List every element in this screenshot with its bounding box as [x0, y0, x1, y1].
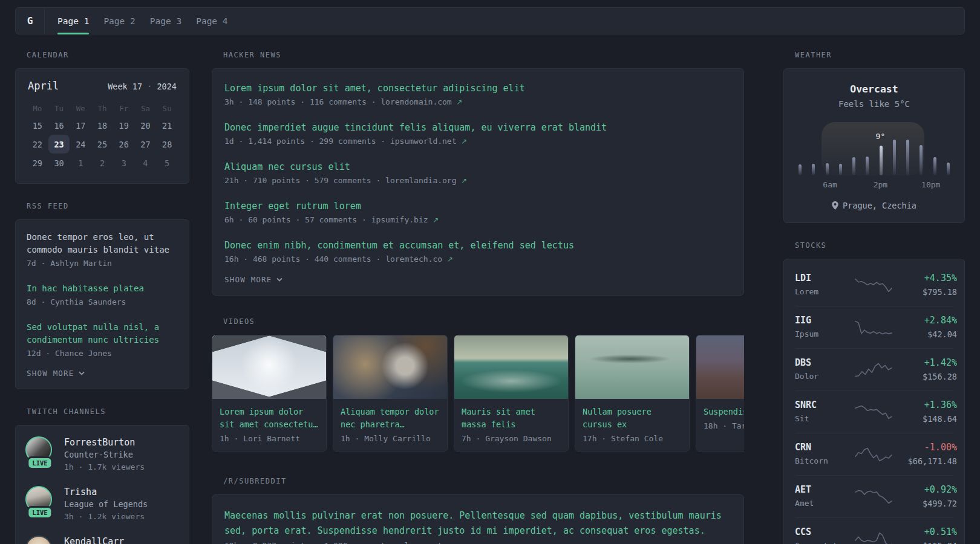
video-thumbnail[interactable] — [212, 335, 326, 399]
story-item: Integer eget rutrum lorem 6h · 60 points… — [224, 200, 731, 227]
stock-name: Sit — [795, 413, 851, 424]
stock-symbol: SNRC — [795, 400, 851, 411]
stock-identity: SNRC Sit — [795, 400, 851, 424]
video-title-link[interactable]: Aliquam tempor dolor nec pharetra… — [341, 406, 440, 431]
stock-row[interactable]: CRN Bitcorn -1.00% $66,171.48 — [795, 433, 953, 476]
calendar-day[interactable]: 27 — [135, 135, 157, 154]
twitch-channel-row[interactable]: LIVE ForrestBurton Counter-Strike 1h · 1… — [25, 436, 179, 473]
calendar-day[interactable]: 1 — [70, 154, 91, 172]
stock-row[interactable]: AET Amet +0.92% $499.72 — [795, 476, 953, 518]
calendar-day[interactable]: 16 — [48, 116, 70, 135]
story-title-link[interactable]: Donec enim nibh, condimentum et accumsan… — [224, 239, 731, 252]
channel-viewers-meta: 3h · 1.2k viewers — [64, 511, 148, 522]
stock-quote: +1.42% $156.28 — [897, 357, 957, 382]
story-domain-link[interactable]: loremlandia.org ↗ — [385, 176, 467, 185]
story-meta: 16h · 468 points · 440 comments · loremt… — [224, 253, 731, 266]
twitch-section-label: TWITCH CHANNELS — [27, 407, 189, 416]
current-temperature-label: 9° — [876, 132, 886, 141]
calendar-day[interactable]: 24 — [70, 135, 91, 154]
rss-show-more-button[interactable]: SHOW MORE — [27, 369, 85, 378]
weather-hourly-chart: 9° — [799, 123, 950, 175]
story-meta: 1d · 1,414 points · 299 comments · ipsum… — [224, 135, 731, 148]
calendar-weekday: Tu — [48, 100, 70, 116]
right-column: WEATHER Overcast Feels like 5°C 9° 6am2p… — [783, 51, 965, 544]
stock-change-percent: +1.36% — [897, 400, 957, 411]
video-thumbnail[interactable] — [575, 335, 689, 399]
story-domain-link[interactable]: ipsumworld.net ↗ — [390, 137, 467, 146]
weather-widget: Overcast Feels like 5°C 9° 6am2pm10pm Pr… — [783, 68, 965, 223]
video-title-link[interactable]: Mauris sit amet massa felis — [462, 406, 561, 431]
video-card[interactable]: Aliquam tempor dolor nec pharetra… 1h · … — [333, 335, 448, 452]
video-card[interactable]: Nullam posuere cursus ex 17h · Stefan Co… — [575, 335, 690, 452]
video-card[interactable]: Lorem ipsum dolor sit amet consectetu… 1… — [212, 335, 327, 452]
calendar-day[interactable]: 4 — [135, 154, 157, 172]
stock-identity: CCS Consectetur — [795, 526, 851, 544]
video-title-link[interactable]: Suspendisse diam — [704, 406, 744, 418]
left-column: CALENDAR April Week 17 · 2024 MoTuWeThFr… — [15, 51, 189, 544]
app-logo[interactable]: G — [16, 8, 44, 34]
story-domain: ipsumify.biz — [371, 215, 428, 224]
calendar-day[interactable]: 2 — [91, 154, 113, 172]
video-thumbnail[interactable] — [333, 335, 447, 399]
calendar-days-grid: 1516171819202122232425262728293012345 — [27, 116, 178, 172]
calendar-day[interactable]: 18 — [91, 116, 113, 135]
story-title-link[interactable]: Lorem ipsum dolor sit amet, consectetur … — [224, 82, 731, 95]
calendar-day[interactable]: 21 — [156, 116, 178, 135]
stock-name: Amet — [795, 498, 851, 509]
stock-symbol: AET — [795, 484, 851, 496]
stock-row[interactable]: SNRC Sit +1.36% $148.64 — [795, 391, 953, 433]
calendar-day[interactable]: 20 — [135, 116, 157, 135]
calendar-day[interactable]: 30 — [48, 154, 70, 172]
page-tab[interactable]: Page 1 — [57, 8, 89, 34]
rss-item-title-link[interactable]: Sed volutpat nulla nisl, a condimentum n… — [27, 321, 178, 346]
video-card-body: Mauris sit amet massa felis 7h · Grayson… — [454, 399, 568, 451]
calendar-day[interactable]: 5 — [156, 154, 178, 172]
video-card[interactable]: Suspendisse diam 18h · Tara — [696, 335, 744, 452]
weather-condition: Overcast — [795, 83, 953, 95]
story-title-link[interactable]: Integer eget rutrum lorem — [224, 200, 731, 213]
rss-feed-widget: Donec tempor eros leo, ut commodo mauris… — [15, 219, 189, 389]
video-card-body: Aliquam tempor dolor nec pharetra… 1h · … — [333, 399, 447, 451]
video-title-link[interactable]: Lorem ipsum dolor sit amet consectetu… — [220, 406, 319, 431]
video-thumbnail[interactable] — [696, 335, 744, 399]
weather-bar — [893, 140, 896, 175]
calendar-day[interactable]: 19 — [113, 116, 135, 135]
post-domain-link[interactable]: loremnet.xyz ↗ — [404, 541, 472, 544]
calendar-day[interactable]: 22 — [27, 135, 48, 154]
video-thumbnail[interactable] — [454, 335, 568, 399]
story-domain-link[interactable]: ipsumify.biz ↗ — [371, 215, 439, 224]
page-tab[interactable]: Page 2 — [103, 8, 135, 34]
stock-row[interactable]: LDI Lorem +4.35% $795.18 — [795, 264, 953, 306]
stock-row[interactable]: IIG Ipsum +2.84% $42.04 — [795, 306, 953, 349]
page-tab[interactable]: Page 4 — [196, 8, 227, 34]
rss-item-title-link[interactable]: In hac habitasse platea — [27, 282, 178, 295]
twitch-channel-row[interactable]: LIVE Trisha League of Legends 3h · 1.2k … — [25, 486, 179, 522]
calendar-day[interactable]: 25 — [91, 135, 113, 154]
weather-bar — [947, 163, 950, 175]
stock-row[interactable]: CCS Consectetur +0.51% $165.84 — [795, 518, 953, 544]
story-title-link[interactable]: Donec imperdiet augue tincidunt felis al… — [224, 121, 731, 134]
story-domain-link[interactable]: loremdomain.com ↗ — [381, 97, 462, 106]
story-domain-link[interactable]: loremtech.co ↗ — [385, 254, 453, 264]
stock-identity: LDI Lorem — [795, 273, 851, 297]
calendar-day[interactable]: 23 — [48, 135, 70, 154]
calendar-day[interactable]: 28 — [156, 135, 178, 154]
videos-row: Lorem ipsum dolor sit amet consectetu… 1… — [212, 335, 744, 452]
calendar-day[interactable]: 26 — [113, 135, 135, 154]
hacker-news-show-more-button[interactable]: SHOW MORE — [224, 275, 283, 284]
calendar-day[interactable]: 29 — [27, 154, 48, 172]
video-card[interactable]: Mauris sit amet massa felis 7h · Grayson… — [454, 335, 569, 452]
stock-sparkline — [854, 447, 893, 462]
rss-item: Sed volutpat nulla nisl, a condimentum n… — [27, 321, 178, 360]
reddit-post: Maecenas mollis pulvinar erat non posuer… — [224, 508, 731, 544]
stock-row[interactable]: DBS Dolor +1.42% $156.28 — [795, 349, 953, 391]
video-title-link[interactable]: Nullam posuere cursus ex — [583, 406, 682, 431]
twitch-channel-row[interactable]: LIVE KendallCarr — [25, 536, 179, 544]
post-title-link[interactable]: Maecenas mollis pulvinar erat non posuer… — [224, 508, 731, 539]
calendar-day[interactable]: 3 — [113, 154, 135, 172]
page-tab[interactable]: Page 3 — [150, 8, 181, 34]
rss-item-title-link[interactable]: Donec tempor eros leo, ut commodo mauris… — [27, 231, 178, 256]
calendar-day[interactable]: 15 — [27, 116, 48, 135]
story-title-link[interactable]: Aliquam nec cursus elit — [224, 161, 731, 173]
calendar-day[interactable]: 17 — [70, 116, 91, 135]
